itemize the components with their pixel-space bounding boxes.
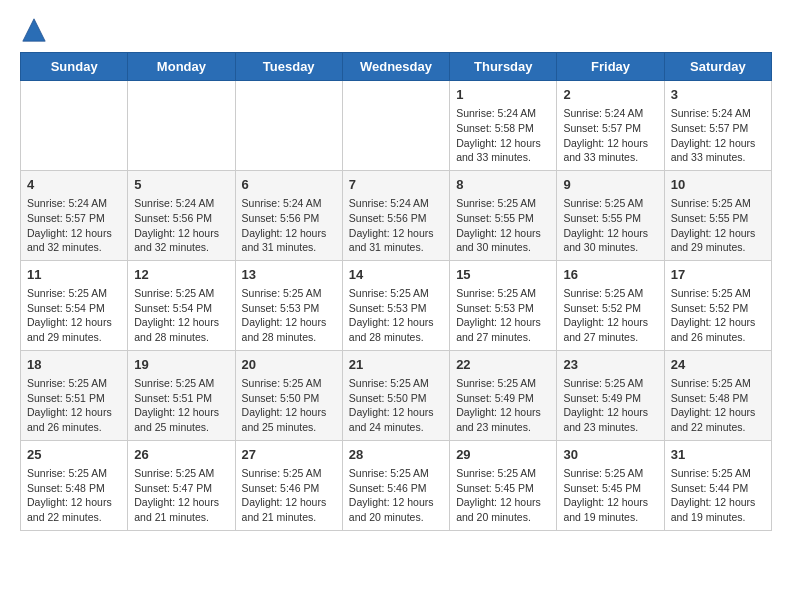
day-info: Sunrise: 5:25 AMSunset: 5:46 PMDaylight:… xyxy=(349,466,443,525)
day-number: 8 xyxy=(456,176,550,194)
day-info: Sunrise: 5:25 AMSunset: 5:55 PMDaylight:… xyxy=(671,196,765,255)
day-number: 17 xyxy=(671,266,765,284)
day-info: Sunrise: 5:24 AMSunset: 5:57 PMDaylight:… xyxy=(671,106,765,165)
calendar-cell: 15Sunrise: 5:25 AMSunset: 5:53 PMDayligh… xyxy=(450,260,557,350)
day-number: 25 xyxy=(27,446,121,464)
days-of-week-row: SundayMondayTuesdayWednesdayThursdayFrid… xyxy=(21,53,772,81)
day-info: Sunrise: 5:25 AMSunset: 5:51 PMDaylight:… xyxy=(27,376,121,435)
calendar-cell: 27Sunrise: 5:25 AMSunset: 5:46 PMDayligh… xyxy=(235,440,342,530)
calendar-cell: 23Sunrise: 5:25 AMSunset: 5:49 PMDayligh… xyxy=(557,350,664,440)
calendar-cell: 6Sunrise: 5:24 AMSunset: 5:56 PMDaylight… xyxy=(235,170,342,260)
day-info: Sunrise: 5:25 AMSunset: 5:54 PMDaylight:… xyxy=(27,286,121,345)
calendar-cell: 10Sunrise: 5:25 AMSunset: 5:55 PMDayligh… xyxy=(664,170,771,260)
day-info: Sunrise: 5:25 AMSunset: 5:54 PMDaylight:… xyxy=(134,286,228,345)
day-info: Sunrise: 5:25 AMSunset: 5:52 PMDaylight:… xyxy=(563,286,657,345)
day-info: Sunrise: 5:25 AMSunset: 5:51 PMDaylight:… xyxy=(134,376,228,435)
calendar-week-row: 4Sunrise: 5:24 AMSunset: 5:57 PMDaylight… xyxy=(21,170,772,260)
calendar-cell xyxy=(128,81,235,171)
calendar-week-row: 11Sunrise: 5:25 AMSunset: 5:54 PMDayligh… xyxy=(21,260,772,350)
calendar-cell: 29Sunrise: 5:25 AMSunset: 5:45 PMDayligh… xyxy=(450,440,557,530)
day-info: Sunrise: 5:25 AMSunset: 5:48 PMDaylight:… xyxy=(27,466,121,525)
day-info: Sunrise: 5:25 AMSunset: 5:53 PMDaylight:… xyxy=(242,286,336,345)
day-of-week-header: Wednesday xyxy=(342,53,449,81)
day-number: 10 xyxy=(671,176,765,194)
calendar-cell: 12Sunrise: 5:25 AMSunset: 5:54 PMDayligh… xyxy=(128,260,235,350)
calendar-table: SundayMondayTuesdayWednesdayThursdayFrid… xyxy=(20,52,772,531)
calendar-cell: 17Sunrise: 5:25 AMSunset: 5:52 PMDayligh… xyxy=(664,260,771,350)
day-number: 21 xyxy=(349,356,443,374)
day-info: Sunrise: 5:25 AMSunset: 5:50 PMDaylight:… xyxy=(242,376,336,435)
day-info: Sunrise: 5:24 AMSunset: 5:57 PMDaylight:… xyxy=(563,106,657,165)
day-info: Sunrise: 5:25 AMSunset: 5:53 PMDaylight:… xyxy=(349,286,443,345)
logo xyxy=(20,16,52,44)
calendar-cell: 4Sunrise: 5:24 AMSunset: 5:57 PMDaylight… xyxy=(21,170,128,260)
day-number: 29 xyxy=(456,446,550,464)
day-number: 12 xyxy=(134,266,228,284)
calendar-cell: 20Sunrise: 5:25 AMSunset: 5:50 PMDayligh… xyxy=(235,350,342,440)
day-number: 28 xyxy=(349,446,443,464)
day-number: 9 xyxy=(563,176,657,194)
calendar-cell: 2Sunrise: 5:24 AMSunset: 5:57 PMDaylight… xyxy=(557,81,664,171)
calendar-cell: 25Sunrise: 5:25 AMSunset: 5:48 PMDayligh… xyxy=(21,440,128,530)
day-info: Sunrise: 5:25 AMSunset: 5:55 PMDaylight:… xyxy=(563,196,657,255)
day-number: 2 xyxy=(563,86,657,104)
day-number: 4 xyxy=(27,176,121,194)
calendar-body: 1Sunrise: 5:24 AMSunset: 5:58 PMDaylight… xyxy=(21,81,772,531)
calendar-cell: 11Sunrise: 5:25 AMSunset: 5:54 PMDayligh… xyxy=(21,260,128,350)
calendar-cell: 18Sunrise: 5:25 AMSunset: 5:51 PMDayligh… xyxy=(21,350,128,440)
calendar-week-row: 1Sunrise: 5:24 AMSunset: 5:58 PMDaylight… xyxy=(21,81,772,171)
day-number: 30 xyxy=(563,446,657,464)
calendar-cell: 21Sunrise: 5:25 AMSunset: 5:50 PMDayligh… xyxy=(342,350,449,440)
calendar-cell: 22Sunrise: 5:25 AMSunset: 5:49 PMDayligh… xyxy=(450,350,557,440)
day-info: Sunrise: 5:25 AMSunset: 5:49 PMDaylight:… xyxy=(456,376,550,435)
calendar-cell: 19Sunrise: 5:25 AMSunset: 5:51 PMDayligh… xyxy=(128,350,235,440)
day-number: 5 xyxy=(134,176,228,194)
day-info: Sunrise: 5:25 AMSunset: 5:48 PMDaylight:… xyxy=(671,376,765,435)
day-info: Sunrise: 5:25 AMSunset: 5:46 PMDaylight:… xyxy=(242,466,336,525)
day-number: 27 xyxy=(242,446,336,464)
day-info: Sunrise: 5:24 AMSunset: 5:56 PMDaylight:… xyxy=(134,196,228,255)
calendar-cell: 3Sunrise: 5:24 AMSunset: 5:57 PMDaylight… xyxy=(664,81,771,171)
day-info: Sunrise: 5:25 AMSunset: 5:55 PMDaylight:… xyxy=(456,196,550,255)
day-info: Sunrise: 5:24 AMSunset: 5:57 PMDaylight:… xyxy=(27,196,121,255)
calendar-cell: 7Sunrise: 5:24 AMSunset: 5:56 PMDaylight… xyxy=(342,170,449,260)
day-info: Sunrise: 5:24 AMSunset: 5:56 PMDaylight:… xyxy=(242,196,336,255)
day-number: 3 xyxy=(671,86,765,104)
day-number: 14 xyxy=(349,266,443,284)
calendar-cell: 13Sunrise: 5:25 AMSunset: 5:53 PMDayligh… xyxy=(235,260,342,350)
day-info: Sunrise: 5:25 AMSunset: 5:52 PMDaylight:… xyxy=(671,286,765,345)
calendar-week-row: 18Sunrise: 5:25 AMSunset: 5:51 PMDayligh… xyxy=(21,350,772,440)
svg-marker-0 xyxy=(23,19,45,41)
calendar-cell: 9Sunrise: 5:25 AMSunset: 5:55 PMDaylight… xyxy=(557,170,664,260)
day-of-week-header: Tuesday xyxy=(235,53,342,81)
day-number: 7 xyxy=(349,176,443,194)
calendar-cell: 14Sunrise: 5:25 AMSunset: 5:53 PMDayligh… xyxy=(342,260,449,350)
calendar-week-row: 25Sunrise: 5:25 AMSunset: 5:48 PMDayligh… xyxy=(21,440,772,530)
calendar-cell: 1Sunrise: 5:24 AMSunset: 5:58 PMDaylight… xyxy=(450,81,557,171)
day-number: 1 xyxy=(456,86,550,104)
logo-icon xyxy=(20,16,48,44)
day-number: 11 xyxy=(27,266,121,284)
day-info: Sunrise: 5:24 AMSunset: 5:58 PMDaylight:… xyxy=(456,106,550,165)
day-info: Sunrise: 5:25 AMSunset: 5:49 PMDaylight:… xyxy=(563,376,657,435)
day-of-week-header: Friday xyxy=(557,53,664,81)
day-number: 20 xyxy=(242,356,336,374)
calendar-cell: 8Sunrise: 5:25 AMSunset: 5:55 PMDaylight… xyxy=(450,170,557,260)
day-of-week-header: Sunday xyxy=(21,53,128,81)
day-info: Sunrise: 5:25 AMSunset: 5:53 PMDaylight:… xyxy=(456,286,550,345)
day-number: 13 xyxy=(242,266,336,284)
day-number: 6 xyxy=(242,176,336,194)
calendar-cell xyxy=(235,81,342,171)
day-number: 19 xyxy=(134,356,228,374)
day-number: 15 xyxy=(456,266,550,284)
calendar-cell: 31Sunrise: 5:25 AMSunset: 5:44 PMDayligh… xyxy=(664,440,771,530)
calendar-cell: 30Sunrise: 5:25 AMSunset: 5:45 PMDayligh… xyxy=(557,440,664,530)
day-info: Sunrise: 5:25 AMSunset: 5:44 PMDaylight:… xyxy=(671,466,765,525)
calendar-cell: 5Sunrise: 5:24 AMSunset: 5:56 PMDaylight… xyxy=(128,170,235,260)
calendar-cell xyxy=(21,81,128,171)
day-of-week-header: Saturday xyxy=(664,53,771,81)
day-number: 16 xyxy=(563,266,657,284)
calendar-cell: 16Sunrise: 5:25 AMSunset: 5:52 PMDayligh… xyxy=(557,260,664,350)
day-of-week-header: Thursday xyxy=(450,53,557,81)
day-info: Sunrise: 5:25 AMSunset: 5:47 PMDaylight:… xyxy=(134,466,228,525)
